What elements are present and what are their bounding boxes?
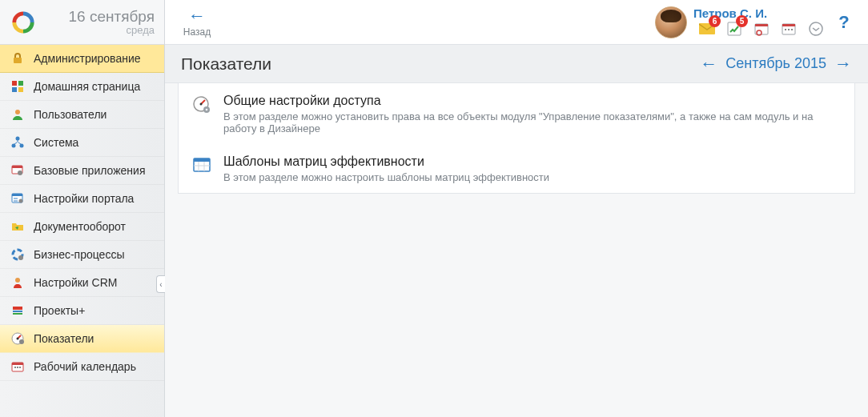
svg-rect-11 <box>12 166 22 168</box>
item-desc: В этом разделе можно установить права на… <box>223 110 842 134</box>
topbar: ← Назад Петров С. И. 6 5 <box>165 0 868 45</box>
svg-rect-39 <box>791 29 793 30</box>
table-template-icon <box>191 155 212 176</box>
nav-item-home[interactable]: Домашняя страница <box>0 73 164 101</box>
nav-item-users[interactable]: Пользователи <box>0 101 164 129</box>
help-button[interactable]: ? <box>833 12 855 33</box>
nodes-icon <box>10 134 26 150</box>
calendar-grid-icon[interactable] <box>780 20 798 38</box>
nav-label: Рабочий календарь <box>34 360 136 373</box>
nav-item-portal-settings[interactable]: Настройки портала <box>0 185 164 213</box>
date-widget[interactable]: 16 сентября среда <box>0 0 164 45</box>
period-prev[interactable]: ← <box>700 55 717 73</box>
svg-rect-36 <box>782 24 795 26</box>
app-logo <box>10 9 37 36</box>
svg-point-7 <box>16 137 20 141</box>
svg-rect-19 <box>13 307 22 310</box>
ring-gear-icon <box>10 247 26 263</box>
nav-label: Настройки CRM <box>34 276 117 289</box>
svg-point-9 <box>20 144 24 148</box>
arrow-left-icon: ← <box>188 7 206 25</box>
sidebar: 16 сентября среда Администрирование Дома… <box>0 0 165 417</box>
item-matrix-templates[interactable]: Шаблоны матриц эффективности В этом разд… <box>179 144 854 193</box>
nav-item-calendar[interactable]: Рабочий календарь <box>0 353 164 381</box>
folder-arrow-icon <box>10 219 26 235</box>
item-access-settings[interactable]: Общие настройки доступа В этом разделе м… <box>179 83 854 144</box>
nav-item-administration[interactable]: Администрирование <box>0 45 164 73</box>
svg-point-40 <box>810 22 822 35</box>
svg-point-44 <box>206 109 208 111</box>
period-navigator: ← Сентябрь 2015 → <box>700 55 852 73</box>
lock-icon <box>10 50 26 66</box>
inbox-check-icon[interactable]: 5 <box>725 20 743 38</box>
svg-rect-28 <box>17 367 18 368</box>
content-header: Показатели ← Сентябрь 2015 → <box>165 45 868 83</box>
tasks-badge: 5 <box>736 15 748 27</box>
svg-point-12 <box>18 170 22 175</box>
svg-rect-26 <box>12 363 23 365</box>
nav-item-docflow[interactable]: Документооборот <box>0 213 164 241</box>
svg-point-42 <box>200 103 203 106</box>
gauge-icon <box>10 331 26 347</box>
svg-rect-5 <box>18 87 23 92</box>
nav-label: Настройки портала <box>34 192 134 205</box>
svg-rect-27 <box>14 367 16 368</box>
svg-rect-46 <box>194 158 210 162</box>
nav-label: Бизнес-процессы <box>34 248 124 261</box>
svg-rect-29 <box>19 367 21 368</box>
svg-point-18 <box>15 278 20 283</box>
nav-label: Проекты+ <box>34 304 85 317</box>
svg-point-23 <box>17 338 19 340</box>
layers-icon <box>10 303 26 319</box>
calendar-icon <box>10 359 26 375</box>
timer-icon[interactable] <box>753 20 770 38</box>
back-button[interactable]: ← Назад <box>178 7 216 38</box>
window-gear-icon <box>10 162 26 178</box>
svg-point-17 <box>18 255 23 260</box>
nav-label: Базовые приложения <box>34 164 145 177</box>
sidebar-collapse-toggle[interactable]: ‹ <box>156 275 165 293</box>
svg-rect-38 <box>788 29 790 30</box>
date-line2: среда <box>127 24 155 36</box>
nav-item-indicators[interactable]: Показатели <box>0 325 164 353</box>
avatar <box>655 6 687 38</box>
svg-rect-14 <box>12 194 22 196</box>
svg-point-24 <box>19 339 24 344</box>
nav-label: Домашняя страница <box>34 80 140 93</box>
nav-label: Показатели <box>34 332 94 345</box>
item-desc: В этом разделе можно настроить шаблоны м… <box>223 171 549 183</box>
back-label: Назад <box>183 26 211 38</box>
chevron-left-icon: ‹ <box>159 280 162 289</box>
svg-rect-3 <box>18 81 23 86</box>
nav-label: Администрирование <box>34 52 141 65</box>
nav-label: Система <box>34 136 78 149</box>
page-title: Показатели <box>181 54 700 74</box>
nav-item-system[interactable]: Система <box>0 129 164 157</box>
nav-label: Документооборот <box>34 220 126 233</box>
grid-icon <box>10 78 26 94</box>
item-title: Шаблоны матриц эффективности <box>223 154 549 170</box>
nav-item-crm-settings[interactable]: Настройки CRM <box>0 269 164 297</box>
mail-icon[interactable]: 6 <box>698 20 716 38</box>
svg-rect-20 <box>13 311 22 312</box>
chevron-down-circle-icon[interactable] <box>807 20 825 38</box>
settings-panel: Общие настройки доступа В этом разделе м… <box>178 83 855 194</box>
nav-item-projects[interactable]: Проекты+ <box>0 297 164 325</box>
svg-point-15 <box>19 199 23 203</box>
user-block[interactable]: Петров С. И. 6 5 <box>655 6 825 38</box>
svg-rect-1 <box>14 58 22 63</box>
gauge-gear-icon <box>191 94 212 115</box>
svg-rect-4 <box>12 87 17 92</box>
nav-item-bpm[interactable]: Бизнес-процессы <box>0 241 164 269</box>
svg-point-8 <box>12 144 16 148</box>
user-icon <box>10 106 26 122</box>
svg-rect-2 <box>12 81 17 86</box>
nav-item-base-apps[interactable]: Базовые приложения <box>0 157 164 185</box>
period-next[interactable]: → <box>834 55 852 73</box>
main-area: ← Назад Петров С. И. 6 5 <box>165 0 868 417</box>
mail-badge: 6 <box>709 15 721 27</box>
nav-label: Пользователи <box>34 108 106 121</box>
period-label[interactable]: Сентябрь 2015 <box>725 55 826 72</box>
svg-point-6 <box>15 110 20 114</box>
list-gear-icon <box>10 190 26 206</box>
